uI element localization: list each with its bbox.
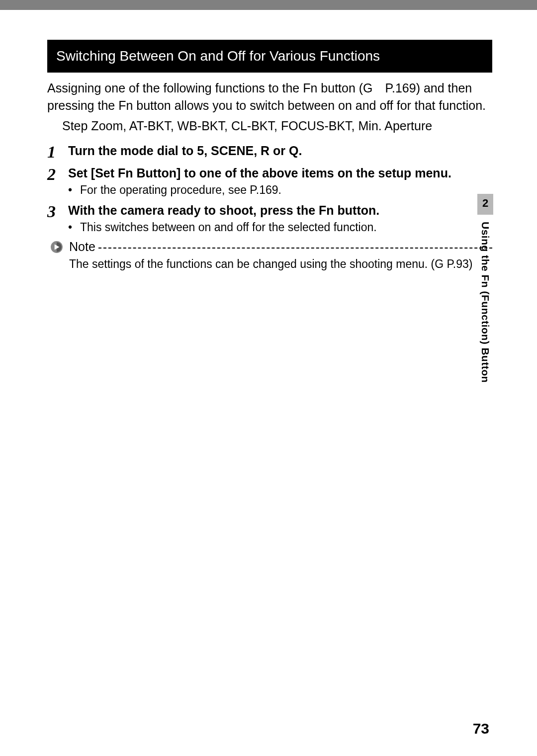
step-number: 1 xyxy=(47,143,68,161)
note-icon xyxy=(50,241,63,253)
text: Turn the mode dial to xyxy=(68,144,197,158)
manual-page: Switching Between On and Off for Various… xyxy=(0,10,537,756)
note-text: The settings of the functions can be cha… xyxy=(47,256,492,272)
step-body: Turn the mode dial to 5, SCENE, R or Q. xyxy=(68,143,492,160)
text: or xyxy=(269,144,289,158)
step-body: Set [Set Fn Button] to one of the above … xyxy=(68,165,492,198)
step-title: Set [Set Fn Button] to one of the above … xyxy=(68,165,492,182)
step-title: With the camera ready to shoot, press th… xyxy=(68,202,492,219)
step-body: With the camera ready to shoot, press th… xyxy=(68,202,492,236)
step-2: 2 Set [Set Fn Button] to one of the abov… xyxy=(47,165,492,198)
function-list: Step Zoom, AT-BKT, WB-BKT, CL-BKT, FOCUS… xyxy=(47,117,492,135)
bullet-icon: • xyxy=(68,219,80,236)
step-number: 2 xyxy=(47,165,68,183)
intro-paragraph: Assigning one of the following functions… xyxy=(47,80,492,114)
step-3: 3 With the camera ready to shoot, press … xyxy=(47,202,492,236)
step-sub-text: This switches between on and off for the… xyxy=(80,221,377,234)
side-tab-number: 2 xyxy=(477,194,493,215)
side-tab: 2 Using the Fn (Function) Button xyxy=(477,194,493,383)
note-label: Note xyxy=(69,240,95,254)
mode-glyph: 5 xyxy=(197,144,204,158)
page-number: 73 xyxy=(473,720,489,737)
step-title: Turn the mode dial to 5, SCENE, R or Q. xyxy=(68,143,492,160)
step-number: 3 xyxy=(47,202,68,221)
note-header-row: Note xyxy=(47,240,492,254)
text: , SCENE, xyxy=(204,144,261,158)
step-sub-text: For the operating procedure, see P.169. xyxy=(80,183,281,196)
section-header: Switching Between On and Off for Various… xyxy=(47,40,492,73)
bullet-icon: • xyxy=(68,182,80,198)
text: . xyxy=(299,144,302,158)
note-dash-line xyxy=(98,248,492,249)
mode-glyph: Q xyxy=(289,144,298,158)
side-tab-text: Using the Fn (Function) Button xyxy=(479,215,491,383)
mode-glyph: R xyxy=(261,144,269,158)
step-sub: •This switches between on and off for th… xyxy=(68,219,492,236)
step-sub: •For the operating procedure, see P.169. xyxy=(68,182,492,198)
step-1: 1 Turn the mode dial to 5, SCENE, R or Q… xyxy=(47,143,492,161)
